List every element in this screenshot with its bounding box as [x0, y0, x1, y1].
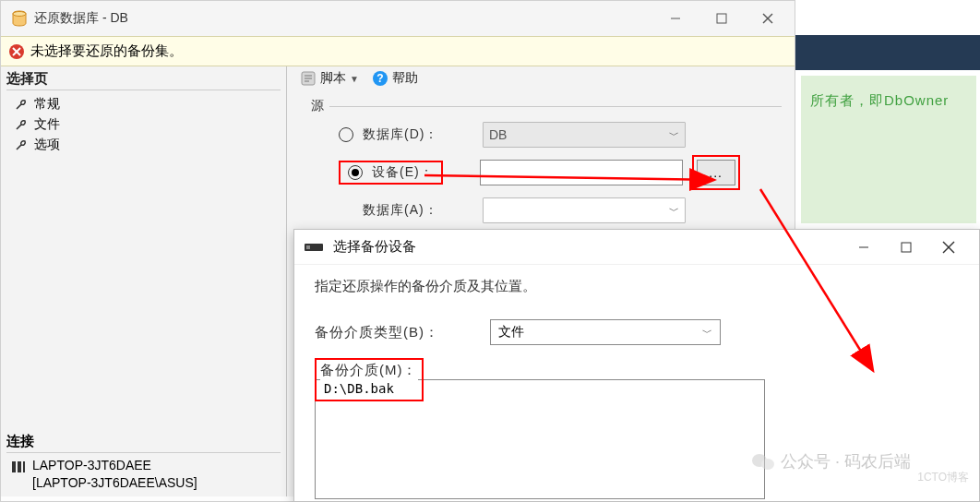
device-icon: [304, 241, 324, 254]
svg-point-0: [13, 12, 26, 17]
watermark: 公众号 · 码农后端: [751, 450, 911, 472]
database-d-label: 数据库(D)：: [363, 126, 473, 143]
connection-block: 连接 LAPTOP-3JT6DAEE [LAPTOP-3JT6DAEE\ASUS…: [6, 433, 281, 493]
app-icon: [10, 9, 29, 28]
svg-text:?: ?: [376, 72, 383, 85]
sidebar-item-general[interactable]: 常规: [6, 94, 281, 114]
minimize-button[interactable]: [652, 1, 699, 36]
database-combo-value: DB: [489, 127, 507, 142]
svg-rect-17: [902, 243, 911, 252]
watermark-text: 公众号 · 码农后端: [781, 450, 911, 472]
radio-device-e[interactable]: [348, 165, 363, 180]
dialog-title: 选择备份设备: [333, 238, 843, 256]
sidebar: 选择页 常规 文件 选项 连接 LAPTOP-3JT6DAEE: [1, 66, 287, 496]
media-type-combo[interactable]: 文件 ﹀: [490, 319, 721, 345]
help-button[interactable]: 帮助: [392, 70, 418, 87]
window-controls: [652, 1, 791, 36]
content-toolbar: 脚本 ▼ ? 帮助: [300, 70, 787, 87]
sidebar-item-files[interactable]: 文件: [6, 114, 281, 135]
help-icon: ?: [372, 70, 388, 87]
titlebar: 还原数据库 - DB: [1, 1, 795, 36]
database-combo[interactable]: DB ﹀: [483, 122, 686, 148]
media-type-label: 备份介质类型(B)：: [315, 324, 481, 341]
sidebar-item-label: 常规: [34, 96, 60, 113]
maximize-button[interactable]: [699, 1, 745, 36]
close-button[interactable]: [745, 1, 791, 36]
connection-heading: 连接: [6, 433, 281, 453]
media-type-value: 文件: [498, 324, 524, 341]
chevron-down-icon[interactable]: ▼: [350, 74, 359, 84]
svg-rect-10: [23, 461, 25, 472]
chevron-down-icon: ﹀: [669, 128, 679, 142]
sidebar-item-options[interactable]: 选项: [6, 135, 281, 155]
chevron-down-icon: ﹀: [669, 204, 679, 218]
script-icon: [300, 70, 317, 87]
wechat-icon: [751, 451, 775, 472]
dialog-titlebar: 选择备份设备: [294, 230, 979, 265]
svg-rect-8: [12, 461, 16, 472]
device-e-label: 设备(E)：: [372, 164, 434, 181]
maximize-button[interactable]: [885, 233, 927, 261]
background-header-bar: [795, 35, 980, 70]
svg-rect-9: [18, 461, 21, 472]
divider: [329, 106, 782, 107]
window-title: 还原数据库 - DB: [34, 10, 652, 27]
media-label: 备份介质(M)：: [320, 362, 418, 379]
wrench-icon: [14, 137, 29, 152]
group-title: 源: [311, 98, 324, 114]
device-path-input[interactable]: [480, 160, 683, 185]
chevron-down-icon: ﹀: [702, 326, 712, 340]
wrench-icon: [14, 97, 29, 112]
source-groupbox: 源 数据库(D)： DB ﹀ 设备(E)：: [300, 92, 787, 236]
connection-user: [LAPTOP-3JT6DAEE\ASUS]: [32, 474, 197, 493]
close-button[interactable]: [927, 233, 970, 261]
script-button[interactable]: 脚本: [320, 70, 346, 87]
error-banner: 未选择要还原的备份集。: [1, 36, 795, 66]
media-list-item[interactable]: D:\DB.bak: [320, 379, 418, 398]
minimize-button[interactable]: [843, 233, 885, 261]
error-icon: [8, 43, 25, 60]
sidebar-heading: 选择页: [6, 70, 281, 90]
error-message: 未选择要还原的备份集。: [30, 42, 183, 60]
watermark-secondary: 1CTO博客: [917, 470, 969, 485]
media-label-highlight: 备份介质(M)： D:\DB.bak: [315, 358, 424, 401]
svg-rect-15: [306, 245, 310, 249]
database-a-label: 数据库(A)：: [363, 202, 473, 219]
sidebar-item-label: 选项: [34, 137, 60, 153]
svg-rect-2: [717, 14, 726, 23]
browse-button[interactable]: ...: [697, 160, 735, 185]
database-a-combo[interactable]: ﹀: [483, 197, 686, 223]
radio-database-d[interactable]: [339, 127, 353, 142]
device-row-highlight: 设备(E)：: [339, 161, 443, 185]
server-icon: [10, 459, 27, 475]
wrench-icon: [14, 117, 29, 132]
background-annotation: 所有者，即DbOwner: [801, 76, 976, 223]
sidebar-item-label: 文件: [34, 116, 60, 133]
browse-highlight: ...: [692, 155, 740, 190]
dialog-instruction: 指定还原操作的备份介质及其位置。: [315, 278, 959, 295]
svg-point-23: [761, 459, 774, 470]
connection-server: LAPTOP-3JT6DAEE: [32, 457, 197, 475]
